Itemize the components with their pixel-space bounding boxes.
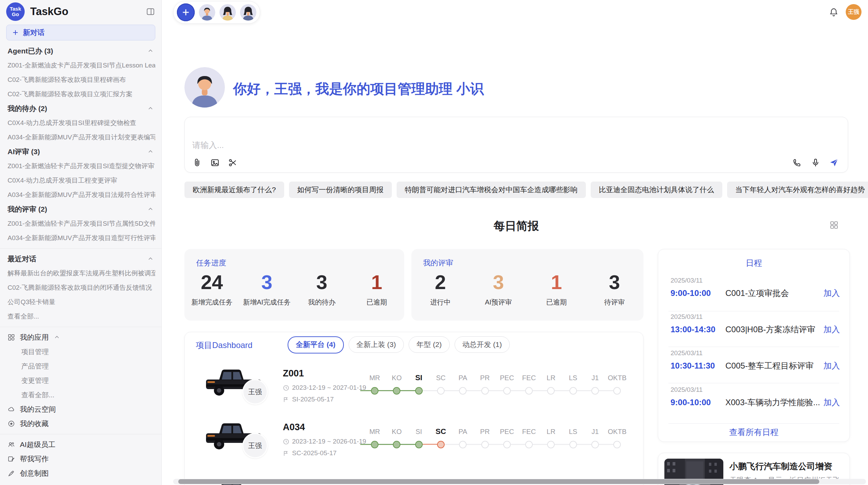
chevron-up-icon[interactable] xyxy=(147,206,154,213)
attachment-icon[interactable] xyxy=(192,158,202,167)
app-sub-item[interactable]: 产品管理 xyxy=(6,359,155,373)
dashboard-filter-chip[interactable]: 年型 (2) xyxy=(409,336,450,353)
milestone-dot[interactable] xyxy=(415,441,423,448)
suggestion-chip[interactable]: 特朗普可能对进口汽车增税会对中国车企造成哪些影响 xyxy=(397,182,586,198)
sidebar-task-item[interactable]: A034-全新新能源MUV产品开发项目计划变更表编写 xyxy=(6,130,155,145)
sidebar-task-item[interactable]: C02-飞腾新能源轻客改款项目立项汇报方案 xyxy=(6,87,155,101)
milestone-dot[interactable] xyxy=(613,387,621,395)
sidebar-recent-item[interactable]: 解释最新出台的欧盟报废车法规再生塑料比例被调至15%... xyxy=(6,266,155,281)
sidebar-item-ai-staff[interactable]: AI超级员工 xyxy=(6,437,155,452)
milestone-dot[interactable] xyxy=(547,387,555,395)
suggestion-chip[interactable]: 如何写一份清晰的项目周报 xyxy=(289,182,392,198)
sidebar-item-favorites[interactable]: 我的收藏 xyxy=(6,416,155,431)
milestone-dot[interactable] xyxy=(503,441,511,448)
chevron-up-icon[interactable] xyxy=(147,256,154,262)
dashboard-filter-chip[interactable]: 全新平台 (4) xyxy=(288,336,344,353)
schedule-event: 2025/03/119:00-10:00C001-立项审批会加入 xyxy=(671,277,840,299)
chevron-up-icon[interactable] xyxy=(53,334,60,341)
phone-call-icon[interactable] xyxy=(792,158,802,167)
layout-grid-icon[interactable] xyxy=(830,221,839,229)
sidebar-task-item[interactable]: C02-飞腾新能源轻客改款项目里程碑画布 xyxy=(6,73,155,87)
dashboard-filter-chip[interactable]: 动总开发 (1) xyxy=(455,336,510,353)
milestone-dot[interactable] xyxy=(525,387,533,395)
milestone-label: SC xyxy=(429,427,453,436)
sidebar-recent-item[interactable]: C02-飞腾新能源轻客改款项目的闭环通告反馈情况 xyxy=(6,281,155,295)
milestone-dot[interactable] xyxy=(569,387,577,395)
sidebar-section-header[interactable]: Agent已办 (3) xyxy=(6,44,155,58)
milestone-dot[interactable] xyxy=(525,441,533,448)
view-all-schedule-link[interactable]: 查看所有日程 xyxy=(658,427,849,438)
sidebar-section-header[interactable]: 我的待办 (2) xyxy=(6,101,155,116)
sidebar-task-item[interactable]: A034-全新新能源MUV产品开发项目法规符合性评审 xyxy=(6,188,155,202)
chat-input-box[interactable]: 请输入... xyxy=(184,117,848,173)
dashboard-filter-chip[interactable]: 全新上装 (3) xyxy=(349,336,404,353)
stat-label: 待评审 xyxy=(586,298,643,307)
project-code[interactable]: Z001 xyxy=(283,368,304,379)
milestone-track: MRKOSISCPAPRPECFECLRLSJ1OKTB xyxy=(362,427,632,454)
sidebar-task-item[interactable]: C0X4-动力总成开发项目SI里程碑提交物检查 xyxy=(6,116,155,130)
sidebar-recent-header[interactable]: 最近对话 xyxy=(6,252,155,266)
scissors-icon[interactable] xyxy=(228,158,238,167)
sidebar-task-item[interactable]: Z001-全新燃油轻卡产品开发项目SI造型提交物评审 xyxy=(6,159,155,173)
new-chat-button[interactable]: 新对话 xyxy=(6,25,155,40)
sidebar-collapse-icon[interactable] xyxy=(146,7,155,16)
suggestion-chip[interactable]: 比亚迪全固态电池计划具体说了什么 xyxy=(591,182,722,198)
milestone-dot[interactable] xyxy=(437,441,445,448)
milestone-dot[interactable] xyxy=(371,387,378,395)
sidebar-task-item[interactable]: C0X4-动力总成开发项目工程变更评审 xyxy=(6,173,155,188)
notifications-bell-icon[interactable] xyxy=(829,8,839,17)
app-sub-item[interactable]: 项目管理 xyxy=(6,345,155,359)
milestone-dot[interactable] xyxy=(547,441,555,448)
agent-avatar[interactable] xyxy=(240,4,256,21)
horizontal-scrollbar-thumb[interactable] xyxy=(178,479,819,484)
microphone-icon[interactable] xyxy=(811,158,820,167)
apps-view-all-link[interactable]: 查看全部... xyxy=(6,388,155,402)
user-avatar[interactable]: 王强 xyxy=(846,4,861,20)
my-apps-label: 我的应用 xyxy=(20,333,49,342)
milestone-dot[interactable] xyxy=(459,387,467,395)
milestone-dot[interactable] xyxy=(393,387,400,395)
agent-avatar[interactable] xyxy=(219,4,236,21)
milestone-dot[interactable] xyxy=(393,441,400,448)
event-date: 2025/03/11 xyxy=(671,313,840,321)
send-icon[interactable] xyxy=(829,158,839,167)
event-join-link[interactable]: 加入 xyxy=(823,360,840,371)
milestone-dot[interactable] xyxy=(591,387,599,395)
milestone-dot[interactable] xyxy=(569,441,577,448)
milestone-dot[interactable] xyxy=(415,387,423,395)
event-join-link[interactable]: 加入 xyxy=(823,324,840,335)
sidebar-section-header[interactable]: AI评审 (3) xyxy=(6,145,155,159)
chevron-up-icon[interactable] xyxy=(147,105,154,112)
add-agent-button[interactable] xyxy=(177,3,195,21)
milestone-dot[interactable] xyxy=(591,441,599,448)
sidebar-item-help-write[interactable]: 帮我写作 xyxy=(6,452,155,466)
milestone-dot[interactable] xyxy=(459,441,467,448)
stat-value: 24 xyxy=(184,272,239,293)
sidebar-item-creative-draw[interactable]: 创意制图 xyxy=(6,466,155,481)
sidebar-task-item[interactable]: Z001-全新燃油皮卡产品开发项目SI节点Lesson Learn报告 xyxy=(6,58,155,73)
image-icon[interactable] xyxy=(210,158,220,167)
chevron-up-icon[interactable] xyxy=(147,48,154,54)
milestone-dot[interactable] xyxy=(481,441,489,448)
agent-avatar[interactable] xyxy=(199,4,215,21)
event-join-link[interactable]: 加入 xyxy=(823,397,840,408)
milestone-dot[interactable] xyxy=(481,387,489,395)
sidebar-task-item[interactable]: Z001-全新燃油轻卡产品开发项目SI节点属性5D文件评审 xyxy=(6,216,155,231)
recent-view-all-link[interactable]: 查看全部... xyxy=(6,309,155,324)
sidebar-task-item[interactable]: A034-全新新能源MUV产品开发项目造型可行性评审 xyxy=(6,231,155,245)
suggestion-chip[interactable]: 当下年轻人对汽车外观有怎样的喜好趋势 xyxy=(727,182,868,198)
milestone-dot[interactable] xyxy=(371,441,378,448)
sidebar-item-my-apps[interactable]: 我的应用 xyxy=(6,330,155,345)
event-join-link[interactable]: 加入 xyxy=(823,288,840,299)
milestone-dot[interactable] xyxy=(613,441,621,448)
chevron-up-icon[interactable] xyxy=(147,148,154,155)
sidebar-section-header[interactable]: 我的评审 (2) xyxy=(6,202,155,216)
milestone-dot[interactable] xyxy=(437,387,445,395)
event-main-row: 13:00-14:30C003|H0B-方案冻结评审加入 xyxy=(671,324,840,335)
milestone-dot[interactable] xyxy=(503,387,511,395)
suggestion-chip[interactable]: 欧洲新规最近颁布了什么? xyxy=(184,182,284,198)
sidebar-recent-item[interactable]: 公司Q3轻卡销量 xyxy=(6,295,155,309)
sidebar-item-cloud-space[interactable]: 我的云空间 xyxy=(6,402,155,416)
project-code[interactable]: A034 xyxy=(283,422,305,433)
app-sub-item[interactable]: 变更管理 xyxy=(6,373,155,388)
